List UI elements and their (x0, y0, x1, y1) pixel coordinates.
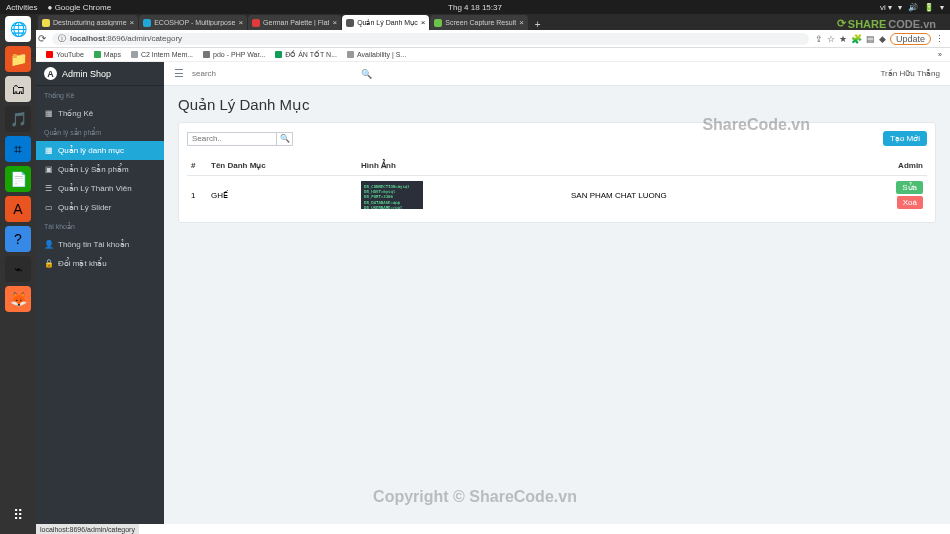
lang-indicator[interactable]: vi ▾ (880, 3, 892, 12)
tab-title: Destructuring assignme (53, 19, 127, 26)
col-image: Hình Ảnh (357, 156, 567, 176)
nav-title-account: Tài khoản (36, 217, 164, 235)
lock-icon: 🔒 (44, 259, 53, 268)
tab-close-icon[interactable]: × (421, 18, 426, 27)
current-app-indicator[interactable]: ● Google Chrome (48, 3, 112, 12)
header-search[interactable]: 🔍 (192, 69, 372, 79)
sidebar-toggle[interactable]: ☰ (174, 67, 184, 80)
col-idx: # (187, 156, 207, 176)
bookmark-3[interactable]: C2 Intern Mem... (131, 51, 193, 58)
share-icon[interactable]: ⇪ (815, 34, 823, 44)
table-search-input[interactable] (187, 132, 277, 146)
edit-button[interactable]: Sửa (896, 181, 923, 194)
user-name[interactable]: Trần Hữu Thắng (881, 69, 940, 78)
tab-close-icon[interactable]: × (519, 18, 524, 27)
battery-icon[interactable]: 🔋 (924, 3, 934, 12)
bookmark-favicon (94, 51, 101, 58)
chrome-menu-icon[interactable]: ⋮ (935, 34, 944, 44)
tab-favicon (143, 19, 151, 27)
dock-software[interactable]: A (5, 196, 31, 222)
table-search-button[interactable]: 🔍 (277, 132, 293, 146)
cell-image: DB_CONNECTION=mysql DB_HOST=mysql DB_POR… (357, 176, 567, 215)
sidebar-item-members[interactable]: ☰Quản Lý Thành Viên (36, 179, 164, 198)
dock-nautilus[interactable]: 📁 (5, 46, 31, 72)
bookmark-label: Maps (104, 51, 121, 58)
bookmark-2[interactable]: Maps (94, 51, 121, 58)
chrome-tab-0[interactable]: Destructuring assignme× (38, 15, 138, 30)
sidebar-item-change-pass[interactable]: 🔒Đổi mật khẩu (36, 254, 164, 273)
chrome-tab-3[interactable]: Quản Lý Danh Mục× (342, 15, 429, 30)
cell-desc: SAN PHAM CHAT LUONG (567, 176, 877, 215)
tab-title: Quản Lý Danh Mục (357, 19, 418, 27)
activities-button[interactable]: Activities (6, 3, 38, 12)
sidebar-item-slider[interactable]: ▭Quản Lý Slider (36, 198, 164, 217)
bookmark-5[interactable]: ĐỒ ÁN TỐT N... (275, 51, 337, 59)
bookmark-label: ĐỒ ÁN TỐT N... (285, 51, 337, 59)
ext-icon-2[interactable]: ▤ (866, 34, 875, 44)
category-thumbnail: DB_CONNECTION=mysql DB_HOST=mysql DB_POR… (361, 181, 423, 209)
extensions-icon[interactable]: 🧩 (851, 34, 862, 44)
cell-idx: 1 (187, 176, 207, 215)
tab-close-icon[interactable]: × (332, 18, 337, 27)
network-icon[interactable]: ▾ (898, 3, 902, 12)
bookmark-4[interactable]: pdo - PHP War... (203, 51, 265, 58)
dock-files[interactable]: 🗂 (5, 76, 31, 102)
list-icon: ▦ (44, 146, 53, 155)
bookmark-1[interactable]: YouTube (46, 51, 84, 58)
dock-terminal[interactable]: ⌁ (5, 256, 31, 282)
bookmark-star-icon[interactable]: ☆ (827, 34, 835, 44)
chrome-tab-4[interactable]: Screen Capture Result× (430, 15, 528, 30)
clock[interactable]: Thg 4 18 15:37 (448, 3, 502, 12)
header-search-input[interactable] (192, 69, 361, 78)
address-bar[interactable]: ⓘ localhost:8696/admin/category (52, 33, 809, 45)
category-card: 🔍 Tạo Mới # Tên Danh Mục Hình Ảnh Admin (178, 122, 936, 223)
bookmark-favicon (46, 51, 53, 58)
ext-icon-3[interactable]: ◆ (879, 34, 886, 44)
category-table: # Tên Danh Mục Hình Ảnh Admin 1 GHẾ DB_C… (187, 156, 927, 214)
create-button[interactable]: Tạo Mới (883, 131, 927, 146)
dock-firefox[interactable]: 🦊 (5, 286, 31, 312)
new-tab-button[interactable]: + (529, 19, 547, 30)
admin-sidebar: A Admin Shop Thống Kê ▦Thống Kê Quản lý … (36, 62, 164, 524)
power-icon[interactable]: ▾ (940, 3, 944, 12)
tab-favicon (252, 19, 260, 27)
sidebar-item-account-info[interactable]: 👤Thông tin Tài khoản (36, 235, 164, 254)
bookmark-label: YouTube (56, 51, 84, 58)
sidebar-item-product[interactable]: ▣Quản Lý Sản phẩm (36, 160, 164, 179)
dock-help[interactable]: ? (5, 226, 31, 252)
update-button[interactable]: Update (890, 33, 931, 45)
chrome-toolbar: ← → ⟳ ⓘ localhost:8696/admin/category ⇪ … (0, 30, 950, 48)
cell-actions: SửaXoá (877, 176, 927, 215)
show-apps-button[interactable]: ⠿ (5, 502, 31, 528)
bookmark-6[interactable]: Availability | S... (347, 51, 406, 58)
tab-close-icon[interactable]: × (238, 18, 243, 27)
search-icon[interactable]: 🔍 (361, 69, 372, 79)
bookmark-favicon (131, 51, 138, 58)
col-name: Tên Danh Mục (207, 156, 357, 176)
volume-icon[interactable]: 🔊 (908, 3, 918, 12)
chrome-tab-2[interactable]: German Palette | Flat× (248, 15, 341, 30)
col-admin: Admin (877, 156, 927, 176)
dock-chrome[interactable]: 🌐 (5, 16, 31, 42)
tab-close-icon[interactable]: × (130, 18, 135, 27)
bookmarks-overflow[interactable]: » (938, 51, 942, 58)
tab-favicon (346, 19, 354, 27)
table-row: 1 GHẾ DB_CONNECTION=mysql DB_HOST=mysql … (187, 176, 927, 215)
ext-icon-1[interactable]: ★ (839, 34, 847, 44)
nav-title-stats: Thống Kê (36, 86, 164, 104)
reload-button[interactable]: ⟳ (38, 33, 46, 44)
dock-rhythmbox[interactable]: 🎵 (5, 106, 31, 132)
chrome-tab-1[interactable]: ECOSHOP - Multipurpose× (139, 15, 247, 30)
bookmark-favicon (347, 51, 354, 58)
delete-button[interactable]: Xoá (897, 196, 923, 209)
sidebar-item-category[interactable]: ▦Quản lý danh mục (36, 141, 164, 160)
sidebar-item-stats[interactable]: ▦Thống Kê (36, 104, 164, 123)
admin-brand[interactable]: A Admin Shop (36, 62, 164, 86)
dock-libreoffice[interactable]: 📄 (5, 166, 31, 192)
chart-icon: ▦ (44, 109, 53, 118)
bookmark-favicon (275, 51, 282, 58)
status-bar: localhost:8696/admin/category (36, 524, 139, 534)
site-info-icon[interactable]: ⓘ (58, 33, 66, 44)
brand-icon: A (44, 67, 57, 80)
dock-vscode[interactable]: ⌗ (5, 136, 31, 162)
